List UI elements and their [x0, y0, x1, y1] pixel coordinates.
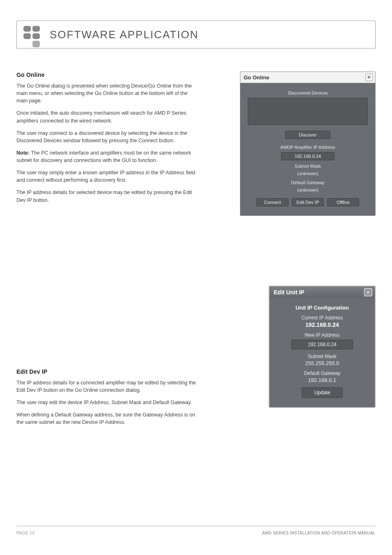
footer-manual-title: AMD SERIES INSTALLATION AND OPERATION MA…: [262, 531, 376, 535]
footer-page-number: PAGE 10: [16, 531, 35, 535]
paragraph: The user may connect to a discovered dev…: [16, 130, 196, 144]
update-button[interactable]: Update: [302, 387, 343, 398]
ip-address-label: AMDP Amplifier IP Address: [248, 145, 368, 150]
new-ip-label: New IP Address: [279, 332, 366, 338]
edit-dev-ip-button[interactable]: Edit Dev IP: [292, 198, 324, 206]
close-icon[interactable]: ✕: [364, 288, 372, 296]
paragraph: The Go Online dialog is presented when s…: [16, 82, 196, 104]
subnet-mask-label: Subnet Mask: [279, 354, 366, 359]
dialog-titlebar[interactable]: Edit Unit IP ✕: [270, 287, 375, 298]
paragraph: The user may simply enter a known amplif…: [16, 169, 196, 184]
paragraph: The IP address details for selected devi…: [16, 189, 196, 204]
dialog-title: Go Online: [244, 74, 269, 81]
default-gateway-value: 192.168.0.1: [279, 377, 366, 383]
note-label: Note:: [16, 150, 30, 156]
note-text: The PC network interface and amplifiers …: [16, 150, 191, 163]
dialog-title: Edit Unit IP: [274, 289, 304, 296]
paragraph: When defining a Default Gateway address,…: [16, 411, 196, 426]
page-title: SOFTWARE APPLICATION: [50, 28, 198, 41]
dialog-titlebar[interactable]: Go Online ✕: [240, 72, 375, 83]
subnet-mask-value: 255.255.255.0: [279, 360, 366, 366]
current-ip-value: 192.168.0.24: [279, 321, 366, 328]
default-gateway-label: Default Gateway: [248, 180, 368, 185]
go-online-dialog: Go Online ✕ Discovered Devices Discover …: [240, 72, 376, 216]
paragraph: Once initiated, the auto discovery mecha…: [16, 109, 196, 124]
default-gateway-label: Default Gateway: [279, 370, 366, 376]
section-heading-edit-dev-ip: Edit Dev IP: [16, 368, 196, 375]
unit-ip-config-heading: Unit IP Configuration: [279, 305, 366, 311]
discovered-devices-list[interactable]: [248, 98, 368, 125]
paragraph-note: Note: The PC network interface and ampli…: [16, 149, 196, 164]
connect-button[interactable]: Connect: [256, 198, 288, 206]
default-gateway-value: (unknown): [248, 187, 368, 192]
page-header: SOFTWARE APPLICATION: [16, 21, 376, 49]
discovered-devices-label: Discovered Devices: [248, 90, 368, 95]
subnet-mask-label: Subnet Mask: [248, 164, 368, 169]
ip-address-input[interactable]: 192.168.0.24: [281, 152, 334, 160]
paragraph: The IP address details for a connected a…: [16, 379, 196, 394]
discover-button[interactable]: Discover: [285, 131, 330, 139]
close-icon[interactable]: ✕: [365, 74, 373, 81]
footer-rule: [16, 526, 376, 526]
offline-button[interactable]: Offline: [327, 198, 359, 206]
new-ip-input[interactable]: 192.168.0.24: [291, 340, 353, 349]
paragraph: The user may edit the device IP Address,…: [16, 399, 196, 406]
subnet-mask-value: (unknown): [248, 171, 368, 176]
section-heading-go-online: Go Online: [16, 72, 196, 78]
edit-unit-ip-dialog: Edit Unit IP ✕ Unit IP Configuration Cur…: [269, 286, 376, 408]
current-ip-label: Current IP Address: [279, 315, 366, 321]
logo-icon: [23, 25, 42, 44]
